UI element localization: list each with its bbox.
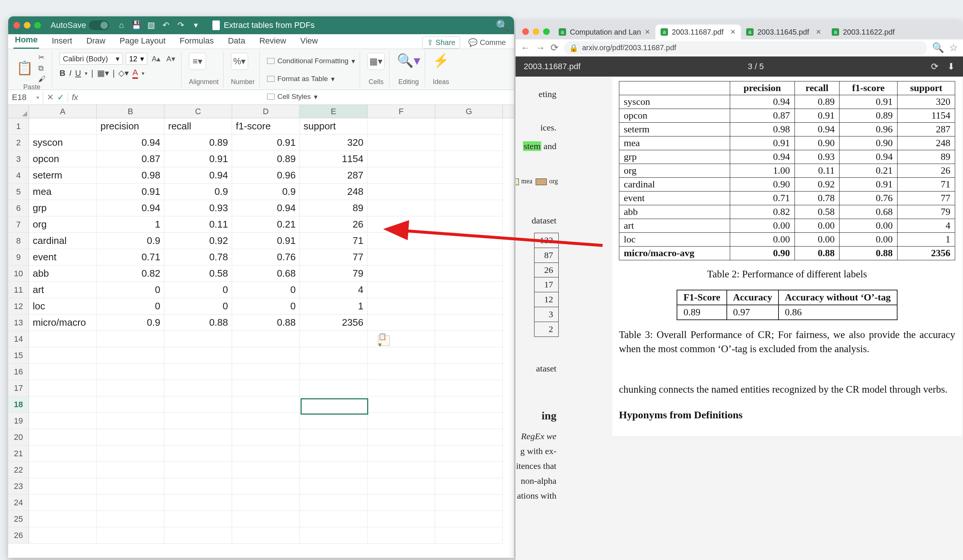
cell[interactable] xyxy=(368,347,435,364)
cell[interactable] xyxy=(300,527,368,544)
cell[interactable] xyxy=(164,413,232,429)
cell[interactable] xyxy=(97,347,164,364)
cell[interactable] xyxy=(232,397,300,413)
row-header[interactable]: 26 xyxy=(8,527,29,544)
cell[interactable]: 0.91 xyxy=(232,233,300,249)
close-window-icon[interactable] xyxy=(522,28,529,35)
cell[interactable] xyxy=(368,445,435,462)
browser-tab[interactable]: aComputation and Lan✕ xyxy=(553,24,655,39)
cancel-formula-icon[interactable]: ✕ xyxy=(47,92,54,102)
cell[interactable] xyxy=(368,413,435,429)
row-header[interactable]: 15 xyxy=(8,347,29,364)
cell[interactable] xyxy=(97,397,164,413)
print-icon[interactable]: ▧ xyxy=(146,21,156,30)
cell[interactable] xyxy=(300,364,368,380)
cell[interactable]: 71 xyxy=(300,233,368,249)
cell[interactable] xyxy=(435,429,503,445)
cell[interactable] xyxy=(232,478,300,495)
cell[interactable]: 26 xyxy=(300,217,368,233)
tab-formulas[interactable]: Formulas xyxy=(178,34,216,49)
cell[interactable] xyxy=(29,527,97,544)
cell[interactable] xyxy=(29,118,97,134)
col-header-c[interactable]: C xyxy=(164,105,232,118)
forward-button[interactable]: → xyxy=(536,42,545,53)
cell[interactable] xyxy=(164,462,232,478)
cell[interactable] xyxy=(97,445,164,462)
tab-insert[interactable]: Insert xyxy=(50,34,74,49)
row-header[interactable]: 16 xyxy=(8,364,29,380)
cell[interactable] xyxy=(232,511,300,527)
cell[interactable] xyxy=(164,347,232,364)
cell[interactable] xyxy=(368,151,435,167)
cell[interactable] xyxy=(368,315,435,331)
cell[interactable] xyxy=(368,380,435,397)
cell[interactable]: 0.9 xyxy=(232,184,300,200)
row-header[interactable]: 22 xyxy=(8,462,29,478)
cell[interactable] xyxy=(97,462,164,478)
cell[interactable]: 0.11 xyxy=(164,217,232,233)
cell[interactable] xyxy=(164,380,232,397)
cell[interactable] xyxy=(29,445,97,462)
cell[interactable] xyxy=(300,495,368,511)
cell[interactable]: 320 xyxy=(300,134,368,151)
cell[interactable] xyxy=(368,527,435,544)
cell[interactable] xyxy=(164,331,232,347)
row-header[interactable]: 19 xyxy=(8,413,29,429)
cell[interactable] xyxy=(97,478,164,495)
row-header[interactable]: 24 xyxy=(8,495,29,511)
cell[interactable] xyxy=(435,298,503,315)
cell[interactable] xyxy=(300,445,368,462)
cell[interactable]: 0.71 xyxy=(97,249,164,265)
cell[interactable]: 2356 xyxy=(300,315,368,331)
cell[interactable]: 0.58 xyxy=(164,265,232,282)
cell[interactable] xyxy=(164,364,232,380)
cell[interactable]: 0.94 xyxy=(164,167,232,184)
ideas-icon[interactable]: ⚡ xyxy=(433,53,449,68)
save-icon[interactable]: 💾 xyxy=(131,21,141,30)
row-header[interactable]: 6 xyxy=(8,200,29,217)
cell[interactable] xyxy=(29,478,97,495)
cell[interactable]: support xyxy=(300,118,368,134)
borders-button[interactable]: ▦▾ xyxy=(97,68,109,78)
number-format-icon[interactable]: %▾ xyxy=(231,53,248,70)
rotate-icon[interactable]: ⟳ xyxy=(931,62,939,72)
cell[interactable]: 0.89 xyxy=(164,134,232,151)
url-input[interactable]: 🔒 arxiv.org/pdf/2003.11687.pdf xyxy=(564,41,927,55)
cell[interactable] xyxy=(300,478,368,495)
row-header[interactable]: 9 xyxy=(8,249,29,265)
minimize-window-icon[interactable] xyxy=(24,22,31,29)
cell[interactable]: cardinal xyxy=(29,233,97,249)
cell[interactable]: 0.98 xyxy=(97,167,164,184)
name-box[interactable]: E18▾ xyxy=(8,91,43,104)
cell[interactable] xyxy=(164,495,232,511)
cell[interactable]: grp xyxy=(29,200,97,217)
cell[interactable] xyxy=(368,397,435,413)
reload-button[interactable]: ⟳ xyxy=(551,42,559,53)
cell[interactable]: 0.68 xyxy=(232,265,300,282)
underline-button[interactable]: U xyxy=(75,68,81,78)
col-header-d[interactable]: D xyxy=(232,105,300,118)
tab-review[interactable]: Review xyxy=(258,34,287,49)
cell[interactable] xyxy=(29,413,97,429)
cell[interactable] xyxy=(29,511,97,527)
col-header-g[interactable]: G xyxy=(435,105,503,118)
format-painter-icon[interactable]: 🖌 xyxy=(37,75,47,83)
cell[interactable] xyxy=(435,265,503,282)
col-header-f[interactable]: F xyxy=(368,105,435,118)
cell[interactable]: 0.9 xyxy=(97,315,164,331)
cell[interactable] xyxy=(435,364,503,380)
cell[interactable]: 0.91 xyxy=(97,184,164,200)
row-header[interactable]: 10 xyxy=(8,265,29,282)
cell[interactable] xyxy=(435,184,503,200)
cell-styles-button[interactable]: Cell Styles ▾ xyxy=(267,89,355,105)
row-header[interactable]: 8 xyxy=(8,233,29,249)
row-header[interactable]: 23 xyxy=(8,478,29,495)
row-header[interactable]: 13 xyxy=(8,315,29,331)
copy-icon[interactable]: ⧉ xyxy=(37,64,47,73)
cell[interactable] xyxy=(97,413,164,429)
cell[interactable]: 0.88 xyxy=(232,315,300,331)
home-icon[interactable]: ⌂ xyxy=(117,21,126,30)
cell[interactable]: 0 xyxy=(97,282,164,298)
cell[interactable]: 0.92 xyxy=(164,233,232,249)
cell[interactable]: 248 xyxy=(300,184,368,200)
